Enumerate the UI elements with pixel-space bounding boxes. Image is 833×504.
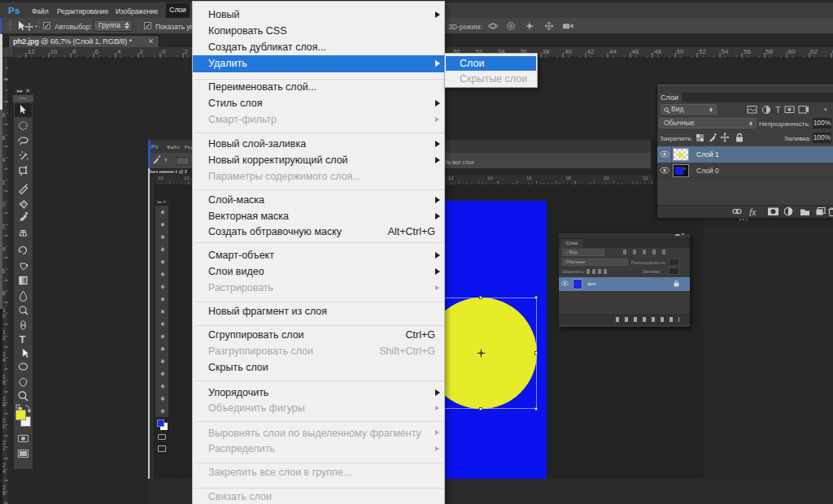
svg-text:T: T	[20, 333, 26, 345]
svg-text:fx: fx	[749, 207, 757, 217]
svg-text:T: T	[775, 105, 781, 115]
